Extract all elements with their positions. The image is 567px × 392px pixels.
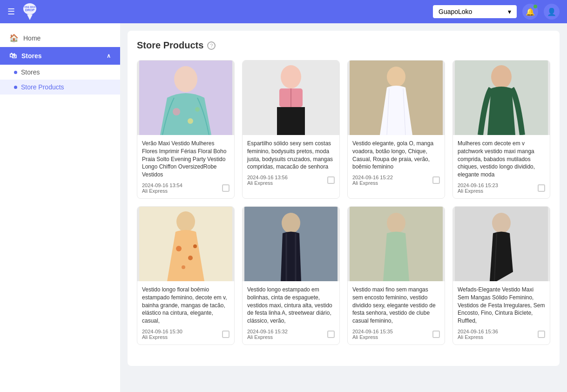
- product-card[interactable]: Mulheres com decote em v patchwork vesti…: [452, 60, 550, 199]
- product-source: Ali Express: [458, 334, 498, 340]
- product-card[interactable]: Espartilho sólido sexy sem costas femini…: [242, 60, 340, 199]
- svg-marker-3: [27, 14, 33, 20]
- product-card[interactable]: Verão Maxi Vestido Mulheres Flores Impri…: [137, 60, 235, 199]
- svg-point-6: [173, 108, 180, 115]
- chevron-down-icon: ▾: [508, 8, 511, 15]
- svg-point-23: [176, 246, 182, 251]
- product-checkbox[interactable]: [432, 176, 440, 184]
- svg-point-22: [176, 211, 195, 232]
- product-card[interactable]: Vestido elegante, gola O, manga voadora,…: [347, 60, 445, 199]
- product-info: Verão Maxi Vestido Mulheres Flores Impri…: [137, 135, 234, 198]
- product-source: Ali Express: [352, 180, 393, 186]
- notification-dot: [533, 5, 537, 8]
- product-card[interactable]: Vestido longo estampado em bolinhas, cin…: [242, 206, 340, 345]
- product-meta: 2024-09-16 15:22 Ali Express: [352, 175, 393, 186]
- product-source: Ali Express: [458, 188, 498, 194]
- product-date: 2024-09-16 15:30: [142, 329, 182, 334]
- sidebar-item-store-products[interactable]: Store Products: [0, 80, 120, 95]
- sidebar-stores-submenu: Stores Store Products: [0, 65, 120, 95]
- product-image: [243, 207, 339, 281]
- product-date: 2024-09-16 15:35: [352, 329, 393, 334]
- svg-rect-12: [277, 107, 305, 135]
- product-info: Mulheres com decote em v patchwork vesti…: [453, 135, 550, 198]
- sidebar-store-products-label: Store Products: [21, 83, 64, 91]
- svg-point-20: [491, 65, 512, 88]
- product-checkbox[interactable]: [432, 331, 440, 338]
- store-selector-value: GuapoLoko: [439, 8, 472, 15]
- product-date: 2024-09-16 15:22: [352, 175, 393, 180]
- sidebar-item-stores-group[interactable]: 🛍 Stores ∧: [0, 47, 120, 65]
- product-name: Verão Maxi Vestido Mulheres Flores Impri…: [142, 140, 230, 179]
- sidebar: 🏠 Home 🛍 Stores ∧ Stores Store Products: [0, 23, 120, 392]
- product-meta: 2024-09-16 13:56 Ali Express: [247, 175, 288, 186]
- product-checkbox[interactable]: [222, 331, 230, 338]
- dot-icon: [14, 71, 17, 74]
- product-image: [348, 207, 445, 281]
- product-card[interactable]: Wefads-Elegante Vestido Maxi Sem Mangas …: [452, 206, 550, 345]
- product-date: 2024-09-16 13:54: [142, 182, 182, 188]
- product-info: Vestido elegante, gola O, manga voadora,…: [348, 135, 445, 190]
- product-card[interactable]: Vestido maxi fino sem mangas sem encosto…: [347, 206, 445, 345]
- product-footer: 2024-09-16 13:56 Ali Express: [247, 175, 335, 186]
- product-meta: 2024-09-16 13:54 Ali Express: [142, 182, 182, 194]
- product-footer: 2024-09-16 13:54 Ali Express: [142, 182, 230, 194]
- sidebar-stores-label: Stores: [21, 52, 42, 60]
- product-date: 2024-09-16 15:36: [458, 329, 498, 334]
- product-checkbox[interactable]: [327, 176, 335, 184]
- product-name: Wefads-Elegante Vestido Maxi Sem Mangas …: [458, 286, 545, 325]
- product-footer: 2024-09-16 15:35 Ali Express: [352, 329, 440, 340]
- menu-icon[interactable]: ☰: [7, 7, 15, 17]
- svg-point-25: [182, 265, 185, 269]
- product-footer: 2024-09-16 15:23 Ali Express: [458, 182, 545, 194]
- product-footer: 2024-09-16 15:36 Ali Express: [458, 329, 545, 340]
- product-source: Ali Express: [352, 334, 393, 340]
- svg-text:DROP: DROP: [25, 8, 35, 12]
- store-selector[interactable]: GuapoLoko ▾: [433, 5, 517, 18]
- product-name: Vestido longo floral boêmio estampado fe…: [142, 286, 230, 325]
- svg-point-24: [188, 256, 193, 260]
- product-name: Vestido longo estampado em bolinhas, cin…: [247, 286, 335, 325]
- product-info: Wefads-Elegante Vestido Maxi Sem Mangas …: [453, 281, 550, 345]
- svg-point-34: [492, 213, 511, 233]
- product-grid: Verão Maxi Vestido Mulheres Flores Impri…: [137, 60, 550, 345]
- product-name: Vestido maxi fino sem mangas sem encosto…: [352, 286, 440, 325]
- product-footer: 2024-09-16 15:32 Ali Express: [247, 329, 335, 340]
- help-icon[interactable]: ?: [207, 41, 216, 50]
- product-image: [137, 207, 234, 281]
- product-checkbox[interactable]: [327, 331, 335, 338]
- main-content: Store Products ? Verão Maxi Vestido Mulh…: [120, 23, 567, 392]
- product-meta: 2024-09-16 15:30 Ali Express: [142, 329, 182, 340]
- product-meta: 2024-09-16 15:23 Ali Express: [458, 182, 498, 194]
- user-icon: 👤: [547, 7, 556, 16]
- product-date: 2024-09-16 15:32: [247, 329, 288, 334]
- product-checkbox[interactable]: [538, 184, 545, 192]
- sidebar-item-stores[interactable]: Stores: [0, 65, 120, 80]
- product-source: Ali Express: [247, 180, 288, 186]
- sidebar-home-label: Home: [23, 34, 40, 42]
- product-checkbox[interactable]: [222, 184, 230, 192]
- page-title: Store Products: [137, 40, 203, 51]
- sidebar-stores-sub-label: Stores: [21, 68, 40, 76]
- product-card[interactable]: Vestido longo floral boêmio estampado fe…: [137, 206, 235, 345]
- product-footer: 2024-09-16 15:30 Ali Express: [142, 329, 230, 340]
- notification-button[interactable]: 🔔: [522, 4, 538, 20]
- product-meta: 2024-09-16 15:35 Ali Express: [352, 329, 393, 340]
- sidebar-item-home[interactable]: 🏠 Home: [0, 29, 120, 47]
- header: ☰ ONE MAN DROP GuapoLoko ▾ 🔔 👤: [0, 0, 567, 23]
- home-icon: 🏠: [9, 34, 19, 42]
- svg-point-26: [193, 244, 197, 248]
- page-header: Store Products ?: [137, 40, 550, 51]
- product-date: 2024-09-16 15:23: [458, 182, 498, 188]
- content-card: Store Products ? Verão Maxi Vestido Mulh…: [128, 31, 560, 366]
- question-mark: ?: [210, 43, 213, 48]
- product-source: Ali Express: [142, 334, 182, 340]
- product-image: [453, 61, 550, 135]
- svg-point-28: [282, 213, 300, 233]
- stores-icon: 🛍: [9, 52, 17, 60]
- user-avatar[interactable]: 👤: [544, 4, 560, 20]
- header-left: ☰ ONE MAN DROP: [7, 3, 39, 20]
- svg-point-8: [195, 107, 200, 112]
- product-checkbox[interactable]: [538, 331, 545, 338]
- product-footer: 2024-09-16 15:22 Ali Express: [352, 175, 440, 186]
- product-image: [348, 61, 445, 135]
